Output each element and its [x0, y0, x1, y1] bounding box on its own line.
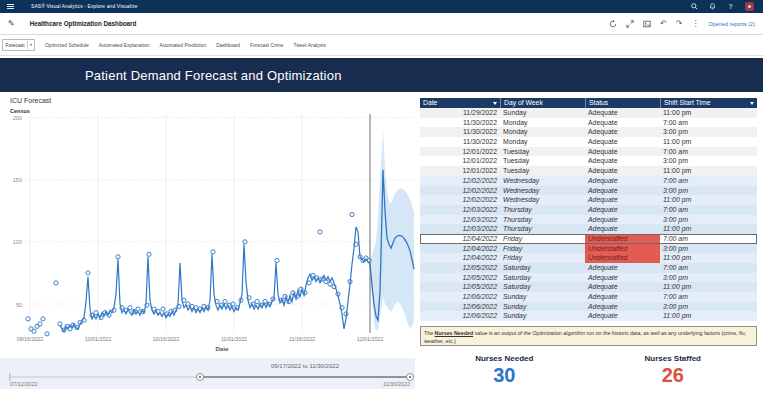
column-header-date[interactable]: Date — [420, 98, 500, 108]
cell-day: Monday — [500, 127, 585, 137]
cell-day: Sunday — [500, 302, 585, 312]
scatter-point — [311, 273, 315, 277]
slider-handle-left-dot — [199, 376, 201, 378]
cell-status: Adequate — [585, 224, 660, 234]
cell-status: Adequate — [585, 156, 660, 166]
cell-shift: 7:00 am — [660, 292, 757, 302]
cell-day: Saturday — [500, 263, 585, 273]
kpi-value: 26 — [589, 364, 758, 387]
undo-icon[interactable]: ↶ — [660, 20, 667, 28]
cell-shift: 11:00 pm — [660, 282, 757, 292]
cell-status: Adequate — [585, 166, 660, 176]
table-row[interactable]: 12/05/2022SaturdayAdequate7:00 am — [420, 263, 757, 273]
help-icon[interactable]: ? — [727, 3, 734, 10]
cell-date: 12/04/2022 — [420, 234, 500, 244]
icu-forecast-chart[interactable]: ICU ForecastCensus2001501005009/16/20221… — [0, 92, 420, 358]
more-options-icon[interactable]: ⋮ — [692, 20, 700, 28]
opened-reports-link[interactable]: Opened reports (2) — [709, 21, 755, 27]
table-row[interactable]: 12/05/2022SaturdayAdequate11:00 pm — [420, 282, 757, 292]
cell-day: Tuesday — [500, 166, 585, 176]
table-row[interactable]: 12/05/2022SaturdayAdequate3:00 pm — [420, 273, 757, 283]
cell-date: 11/30/2022 — [420, 137, 500, 147]
cell-day: Tuesday — [500, 147, 585, 157]
maximize-icon[interactable] — [626, 20, 634, 28]
svg-text:200: 200 — [13, 115, 22, 121]
svg-text:ICU Forecast: ICU Forecast — [10, 97, 51, 104]
table-row[interactable]: 12/06/2022SundayAdequate11:00 pm — [420, 311, 757, 321]
cell-day: Monday — [500, 137, 585, 147]
cell-status: Understaffed — [585, 244, 660, 254]
cell-status: Adequate — [585, 176, 660, 186]
cell-date: 12/06/2022 — [420, 292, 500, 302]
table-row[interactable]: 12/04/2022FridayUnderstaffed11:00 pm — [420, 253, 757, 263]
tab-automated-explanation[interactable]: Automated Explanation — [99, 43, 150, 48]
table-row[interactable]: 12/01/2022TuesdayAdequate11:00 pm — [420, 166, 757, 176]
scatter-point — [41, 317, 45, 321]
cell-day: Sunday — [500, 311, 585, 321]
table-row[interactable]: 12/02/2022WednesdayAdequate7:00 am — [420, 176, 757, 186]
table-row[interactable]: 12/06/2022SundayAdequate7:00 am — [420, 292, 757, 302]
cell-date: 11/29/2022 — [420, 108, 500, 118]
table-row[interactable]: 12/03/2022ThursdayAdequate7:00 am — [420, 205, 757, 215]
edit-icon[interactable]: ✎ — [8, 19, 15, 28]
svg-text:09/16/2022: 09/16/2022 — [17, 336, 44, 342]
tab-dashboard[interactable]: Dashboard — [216, 43, 240, 48]
scatter-point — [116, 255, 120, 259]
redo-icon[interactable]: ↷ — [676, 20, 683, 28]
column-header-status[interactable]: Status — [585, 98, 660, 108]
table-row[interactable]: 11/30/2022MondayAdequate3:00 pm — [420, 127, 757, 137]
cell-status: Adequate — [585, 108, 660, 118]
scatter-point — [263, 299, 267, 303]
cell-date: 12/01/2022 — [420, 156, 500, 166]
cell-day: Tuesday — [500, 156, 585, 166]
tab-optimized-schedule[interactable]: Optimized Schedule — [45, 43, 89, 48]
menu-icon[interactable] — [7, 4, 14, 9]
sort-desc-icon[interactable] — [493, 102, 497, 105]
cell-status: Adequate — [585, 292, 660, 302]
table-row[interactable]: 12/03/2022ThursdayAdequate11:00 pm — [420, 224, 757, 234]
table-row[interactable]: 12/01/2022TuesdayAdequate7:00 am — [420, 147, 757, 157]
table-row[interactable]: 11/30/2022MondayAdequate7:00 am — [420, 118, 757, 128]
table-row[interactable]: 12/02/2022WednesdayAdequate3:00 pm — [420, 186, 757, 196]
cell-date: 12/02/2022 — [420, 195, 500, 205]
tab-forecast-crime[interactable]: Forecast Crime — [250, 43, 283, 48]
cell-shift: 7:00 am — [660, 147, 757, 157]
table-row[interactable]: 12/06/2022SundayAdequate3:00 pm — [420, 302, 757, 312]
cell-date: 11/30/2022 — [420, 127, 500, 137]
cell-day: Saturday — [500, 273, 585, 283]
cell-shift: 11:00 pm — [660, 137, 757, 147]
cell-date: 12/06/2022 — [420, 302, 500, 312]
bell-icon[interactable] — [709, 3, 716, 10]
shift-status-table: Date Day of Week Status Shift Start Time… — [420, 98, 757, 321]
cell-date: 12/06/2022 — [420, 311, 500, 321]
cell-shift: 3:00 pm — [660, 244, 757, 254]
tab-automated-prediction[interactable]: Automated Prediction — [159, 43, 206, 48]
refresh-icon[interactable] — [609, 20, 617, 28]
table-row[interactable]: 11/29/2022SundayAdequate11:00 pm — [420, 108, 757, 118]
kpi-label: Nurses Needed — [420, 354, 589, 363]
kpi-nurses-staffed: Nurses Staffed 26 — [589, 350, 758, 387]
table-row[interactable]: 12/03/2022ThursdayAdequate3:00 pm — [420, 215, 757, 225]
dashboard-banner-title: Patient Demand Forecast and Optimization — [85, 68, 342, 83]
image-icon[interactable] — [643, 20, 651, 28]
report-tab-bar: Forecast Optimized ScheduleAutomated Exp… — [0, 35, 763, 56]
cell-day: Friday — [500, 244, 585, 254]
table-row[interactable]: 11/30/2022MondayAdequate11:00 pm — [420, 137, 757, 147]
cell-shift: 3:00 pm — [660, 127, 757, 137]
scatter-point — [38, 322, 42, 326]
column-header-shift[interactable]: Shift Start Time — [660, 98, 757, 108]
table-row[interactable]: 12/01/2022TuesdayAdequate3:00 pm — [420, 156, 757, 166]
search-icon[interactable] — [691, 3, 698, 10]
column-header-day[interactable]: Day of Week — [500, 98, 585, 108]
avatar[interactable] — [745, 2, 754, 11]
cell-shift: 3:00 pm — [660, 273, 757, 283]
sort-desc-icon[interactable] — [750, 102, 754, 105]
tab-forecast-label: Forecast — [3, 43, 27, 48]
tab-forecast[interactable]: Forecast — [2, 39, 35, 51]
chevron-down-icon[interactable] — [27, 41, 34, 49]
scatter-point — [54, 281, 58, 285]
table-row[interactable]: 12/04/2022FridayUnderstaffed7:00 am — [420, 234, 757, 244]
table-row[interactable]: 12/02/2022WednesdayAdequate11:00 pm — [420, 195, 757, 205]
tab-tweet-analysis[interactable]: Tweet Analysis — [294, 43, 326, 48]
table-row[interactable]: 12/04/2022FridayUnderstaffed3:00 pm — [420, 244, 757, 254]
